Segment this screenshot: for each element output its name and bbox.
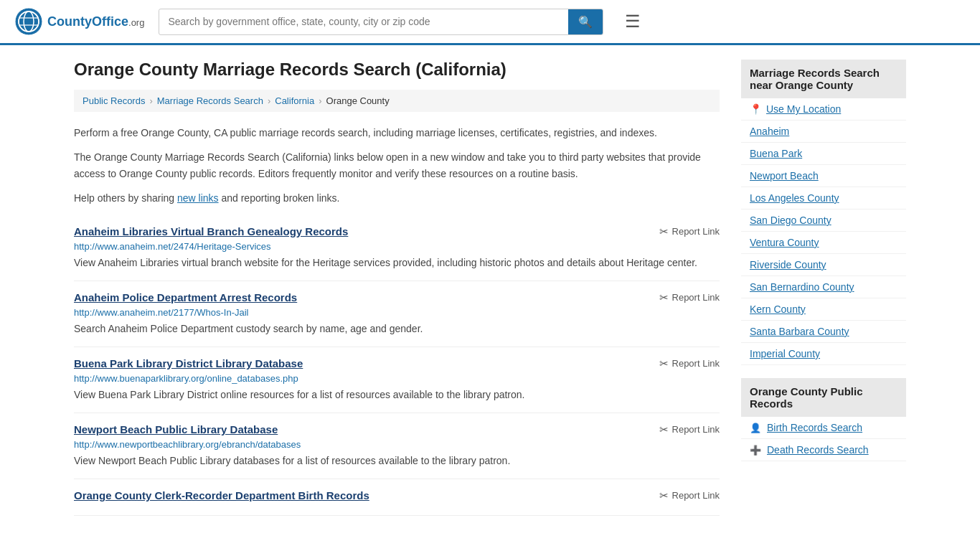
record-url-3[interactable]: http://www.newportbeachlibrary.org/ebran… bbox=[74, 439, 720, 450]
nearby-link-0[interactable]: Anaheim bbox=[750, 126, 789, 137]
record-desc-3: View Newport Beach Public Library databa… bbox=[74, 453, 720, 468]
search-button[interactable]: 🔍 bbox=[568, 9, 603, 34]
breadcrumb-sep-2: › bbox=[268, 95, 270, 106]
logo-icon bbox=[14, 7, 43, 36]
desc-para-1: Perform a free Orange County, CA public … bbox=[74, 125, 720, 141]
nearby-link-item-2: Newport Beach bbox=[741, 165, 906, 187]
nearby-link-item-7: San Bernardino County bbox=[741, 276, 906, 298]
public-record-link-item-1[interactable]: ➕ Death Records Search bbox=[741, 439, 906, 461]
breadcrumb-public-records[interactable]: Public Records bbox=[83, 95, 145, 106]
record-title-0[interactable]: Anaheim Libraries Virtual Branch Genealo… bbox=[74, 225, 348, 237]
report-link-btn-3[interactable]: ✂ Report Link bbox=[659, 423, 720, 436]
nearby-link-9[interactable]: Santa Barbara County bbox=[750, 326, 849, 337]
record-title-1[interactable]: Anaheim Police Department Arrest Records bbox=[74, 291, 297, 303]
nearby-link-item-1: Buena Park bbox=[741, 143, 906, 165]
report-link-btn-2[interactable]: ✂ Report Link bbox=[659, 357, 720, 370]
main-wrapper: Orange County Marriage Records Search (C… bbox=[60, 45, 920, 530]
nearby-link-3[interactable]: Los Angeles County bbox=[750, 192, 839, 204]
nearby-link-7[interactable]: San Bernardino County bbox=[750, 281, 854, 293]
record-item: Anaheim Police Department Arrest Records… bbox=[74, 281, 720, 347]
public-record-link-1[interactable]: Death Records Search bbox=[767, 444, 869, 456]
breadcrumb-marriage-records[interactable]: Marriage Records Search bbox=[157, 95, 263, 106]
logo-text: CountyOffice.org bbox=[47, 14, 144, 29]
public-record-link-item-0[interactable]: 👤 Birth Records Search bbox=[741, 417, 906, 439]
nearby-link-1[interactable]: Buena Park bbox=[750, 148, 802, 159]
breadcrumb: Public Records › Marriage Records Search… bbox=[74, 90, 720, 112]
scissors-icon-2: ✂ bbox=[659, 357, 669, 370]
scissors-icon-4: ✂ bbox=[659, 489, 669, 502]
site-header: CountyOffice.org 🔍 ☰ bbox=[0, 0, 980, 45]
public-record-link-0[interactable]: Birth Records Search bbox=[767, 422, 862, 433]
records-list: Anaheim Libraries Virtual Branch Genealo… bbox=[74, 215, 720, 516]
record-desc-2: View Buena Park Library District online … bbox=[74, 387, 720, 402]
record-url-2[interactable]: http://www.buenaparklibrary.org/online_d… bbox=[74, 373, 720, 384]
search-bar: 🔍 bbox=[159, 9, 603, 35]
search-input[interactable] bbox=[159, 10, 568, 33]
new-links-link[interactable]: new links bbox=[177, 192, 219, 204]
desc-para-2: The Orange County Marriage Records Searc… bbox=[74, 149, 720, 182]
logo[interactable]: CountyOffice.org bbox=[14, 7, 144, 36]
nearby-link-8[interactable]: Kern County bbox=[750, 303, 806, 315]
desc-para-3: Help others by sharing new links and rep… bbox=[74, 190, 720, 206]
public-records-links-container: 👤 Birth Records Search ➕ Death Records S… bbox=[741, 417, 906, 461]
report-link-btn-4[interactable]: ✂ Report Link bbox=[659, 489, 720, 502]
report-link-btn-0[interactable]: ✂ Report Link bbox=[659, 225, 720, 238]
sidebar-nearby-title: Marriage Records Search near Orange Coun… bbox=[741, 60, 906, 98]
record-url-0[interactable]: http://www.anaheim.net/2474/Heritage-Ser… bbox=[74, 241, 720, 252]
use-my-location-item[interactable]: Use My Location bbox=[741, 98, 906, 121]
nearby-link-item-4: San Diego County bbox=[741, 209, 906, 232]
record-title-2[interactable]: Buena Park Library District Library Data… bbox=[74, 357, 303, 369]
sidebar-public-records-title: Orange County Public Records bbox=[741, 378, 906, 417]
scissors-icon-0: ✂ bbox=[659, 225, 669, 238]
record-title-4[interactable]: Orange County Clerk-Recorder Department … bbox=[74, 489, 369, 501]
nearby-link-6[interactable]: Riverside County bbox=[750, 259, 826, 270]
nearby-link-item-0: Anaheim bbox=[741, 121, 906, 143]
nearby-link-item-8: Kern County bbox=[741, 298, 906, 321]
sidebar: Marriage Records Search near Orange Coun… bbox=[741, 60, 906, 516]
record-desc-1: Search Anaheim Police Department custody… bbox=[74, 321, 720, 336]
sidebar-public-records-section: Orange County Public Records 👤 Birth Rec… bbox=[741, 378, 906, 461]
breadcrumb-orange-county: Orange County bbox=[326, 95, 390, 106]
record-item: Anaheim Libraries Virtual Branch Genealo… bbox=[74, 215, 720, 281]
scissors-icon-3: ✂ bbox=[659, 423, 669, 436]
record-url-1[interactable]: http://www.anaheim.net/2177/Whos-In-Jail bbox=[74, 307, 720, 318]
record-title-3[interactable]: Newport Beach Public Library Database bbox=[74, 423, 278, 435]
nearby-link-item-6: Riverside County bbox=[741, 254, 906, 276]
use-my-location-link[interactable]: Use My Location bbox=[766, 103, 841, 115]
nearby-links-container: AnaheimBuena ParkNewport BeachLos Angele… bbox=[741, 121, 906, 365]
page-title: Orange County Marriage Records Search (C… bbox=[74, 60, 720, 80]
location-icon bbox=[750, 103, 762, 115]
nearby-link-10[interactable]: Imperial County bbox=[750, 348, 820, 359]
breadcrumb-sep-1: › bbox=[149, 95, 152, 106]
nearby-link-item-5: Ventura County bbox=[741, 232, 906, 254]
report-link-btn-1[interactable]: ✂ Report Link bbox=[659, 291, 720, 304]
record-item: Newport Beach Public Library Database ✂ … bbox=[74, 413, 720, 479]
scissors-icon-1: ✂ bbox=[659, 291, 669, 304]
nearby-link-item-9: Santa Barbara County bbox=[741, 321, 906, 343]
record-desc-0: View Anaheim Libraries virtual branch we… bbox=[74, 255, 720, 270]
record-item: Buena Park Library District Library Data… bbox=[74, 347, 720, 413]
nearby-link-item-3: Los Angeles County bbox=[741, 187, 906, 209]
public-record-icon-1: ➕ bbox=[750, 445, 761, 456]
nearby-link-2[interactable]: Newport Beach bbox=[750, 170, 819, 182]
nearby-link-4[interactable]: San Diego County bbox=[750, 215, 831, 226]
breadcrumb-sep-3: › bbox=[319, 95, 321, 106]
record-item: Orange County Clerk-Recorder Department … bbox=[74, 479, 720, 516]
nearby-link-item-10: Imperial County bbox=[741, 343, 906, 365]
public-record-icon-0: 👤 bbox=[750, 423, 761, 433]
breadcrumb-california[interactable]: California bbox=[275, 95, 314, 106]
nearby-link-5[interactable]: Ventura County bbox=[750, 237, 819, 248]
sidebar-nearby-section: Marriage Records Search near Orange Coun… bbox=[741, 60, 906, 365]
hamburger-menu-button[interactable]: ☰ bbox=[625, 11, 641, 32]
content-area: Orange County Marriage Records Search (C… bbox=[74, 60, 720, 516]
